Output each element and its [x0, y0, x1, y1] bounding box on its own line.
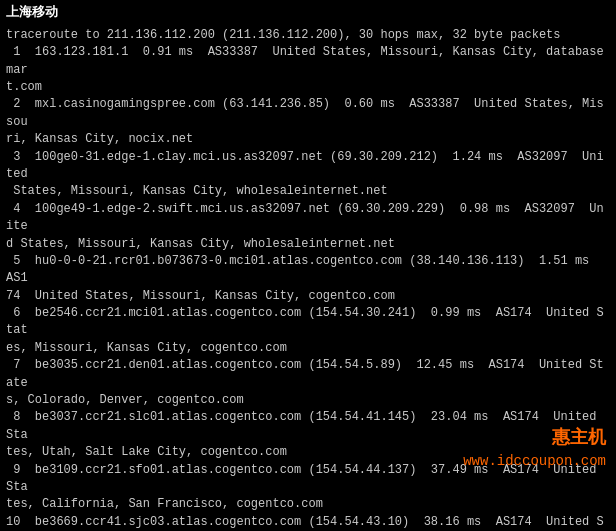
watermark: 惠主机 www.idccoupon.com: [463, 425, 606, 471]
title-bar: 上海移动: [6, 4, 610, 23]
watermark-line2: www.idccoupon.com: [463, 451, 606, 471]
watermark-line1: 惠主机: [463, 425, 606, 451]
